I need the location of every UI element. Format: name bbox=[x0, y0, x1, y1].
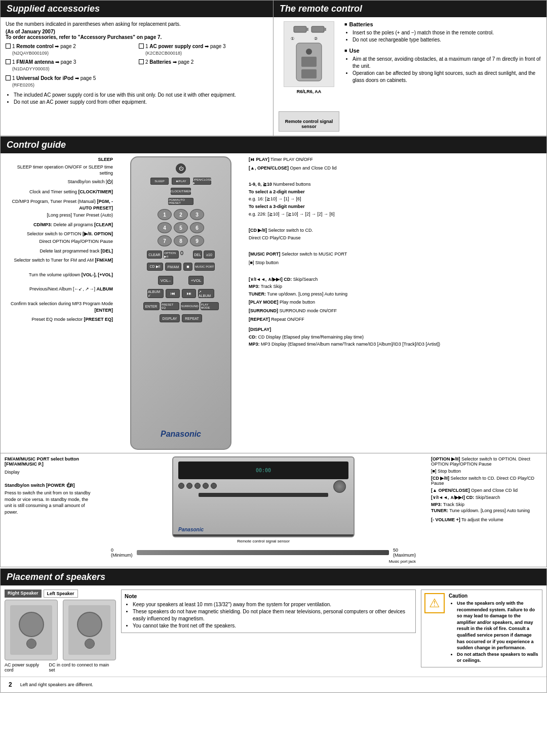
num-6[interactable]: 6 bbox=[190, 222, 204, 233]
num-7[interactable]: 7 bbox=[158, 235, 172, 246]
cg-center-device: ⏻ SLEEP ⏯PLAY OPEN/CLOSE ▲ CLOCK/TIMER P… bbox=[115, 156, 247, 450]
page-footer: 2 Left and right speakers are different. bbox=[1, 677, 546, 692]
caution-content: Caution Use the speakers only with the r… bbox=[449, 593, 539, 664]
cd-fmam-row: CD ▶II FM/AM ■ MUSIC PORT bbox=[147, 263, 215, 271]
remote-info: Batteries Insert so the poles (+ and −) … bbox=[344, 21, 541, 132]
caution-area: ⚠ Caution Use the speakers only with the… bbox=[421, 590, 542, 673]
checkbox-dock bbox=[6, 75, 11, 80]
placement-body: Right Speaker Left Speaker bbox=[1, 585, 546, 677]
option-right-label: [OPTION ▶/II] Selector switch to OPTION.… bbox=[431, 456, 542, 467]
tuner-label: TUNER: Tune up/down. [Long press] Auto t… bbox=[247, 291, 543, 298]
clock-btn[interactable]: CLOCK/TIMER bbox=[171, 188, 191, 195]
repeat-btn[interactable]: REPEAT bbox=[182, 314, 202, 322]
speaker-labels-row: Right Speaker Left Speaker bbox=[5, 590, 116, 598]
play-mode-btn[interactable]: PLAY MODE bbox=[201, 302, 219, 310]
num-3[interactable]: 3 bbox=[190, 209, 204, 220]
vol-max-group: 50 (Maximum) bbox=[393, 548, 416, 558]
open-close-btn[interactable]: OPEN/CLOSE ▲ bbox=[193, 178, 211, 185]
acc-item-antenna: 1 FM/AM antenna ➡ page 3 (N1DADYY00003) bbox=[6, 59, 135, 72]
standby-detail: Press to switch the unit from on to stan… bbox=[5, 490, 96, 515]
skip-fwd-btn[interactable]: ⏭ bbox=[182, 289, 196, 298]
control-guide-body: SLEEP SLEEP timer operation ON/OFF or SL… bbox=[1, 153, 546, 453]
cd-play-label: Direct CD Play/CD Pause bbox=[247, 235, 543, 241]
enter-btn[interactable]: ENTER bbox=[143, 302, 160, 310]
vol-minus-btn[interactable]: VOL– bbox=[158, 276, 173, 285]
num-1[interactable]: 1 bbox=[158, 209, 172, 220]
unit-display: 00:00 bbox=[178, 461, 348, 479]
signal-sensor-bar bbox=[173, 534, 354, 536]
ten-plus-btn[interactable]: ≥10 bbox=[204, 250, 215, 259]
cg-left-labels: SLEEP SLEEP timer operation ON/OFF or SL… bbox=[4, 156, 115, 450]
unit-btn-3[interactable] bbox=[194, 483, 201, 489]
fmam-btn[interactable]: FM/AM bbox=[165, 263, 181, 271]
num-9[interactable]: 9 bbox=[190, 235, 204, 246]
svg-rect-0 bbox=[294, 26, 306, 32]
vol-plus-btn[interactable]: +VOL bbox=[188, 276, 204, 285]
acc-item-batteries: 2 Batteries ➡ page 2 bbox=[139, 59, 268, 72]
album-next-btn[interactable]: ↗ ALBUM bbox=[198, 289, 214, 298]
num-4[interactable]: 4 bbox=[158, 222, 172, 233]
remote-image: ① ② bbox=[284, 21, 334, 87]
sleep-detail: SLEEP timer operation ON/OFF or SLEEP ti… bbox=[4, 164, 115, 177]
power-btn[interactable]: ⏻ bbox=[176, 163, 186, 174]
num-0[interactable]: 0 bbox=[180, 250, 191, 259]
stop-right-label: [■] Stop button bbox=[247, 260, 543, 266]
volume-bar bbox=[137, 550, 389, 555]
pgm-label: CD/MP3 Program, Tuner Preset (Manual) [P… bbox=[4, 198, 115, 211]
play-btn[interactable]: ⏯PLAY bbox=[172, 178, 190, 185]
album-prev-btn[interactable]: ALBUM ↙ bbox=[147, 289, 164, 298]
use-title: Use bbox=[344, 48, 541, 54]
enter-row: ENTER PRESET EQ SURROUND PLAY MODE bbox=[143, 302, 219, 310]
battery-bullet-2: Do not use rechargeable type batteries. bbox=[353, 36, 541, 44]
bu-left-labels: FM/AM/MUSIC PORT select button [FM/AM/MU… bbox=[5, 456, 96, 564]
cd-bu-label: [CD ▶/II] Selector switch to CD. Direct … bbox=[431, 476, 542, 486]
use-bullet-1: Aim at the sensor, avoiding obstacles, a… bbox=[353, 56, 541, 70]
svg-rect-8 bbox=[301, 57, 317, 67]
clear-btn[interactable]: CLEAR bbox=[147, 250, 162, 259]
cd-play-btn[interactable]: CD ▶II bbox=[147, 263, 163, 271]
svg-text:①: ① bbox=[291, 36, 294, 41]
music-port-label: Music port jack bbox=[101, 559, 426, 564]
tweeter-right bbox=[26, 639, 36, 649]
preset-eq-btn[interactable]: PRESET EQ bbox=[161, 302, 179, 310]
3digit-example: e.g. 226: [≧10] → [≧10] → [2] → [2] → [6… bbox=[247, 211, 543, 218]
num-5[interactable]: 5 bbox=[174, 222, 188, 233]
stop-btn[interactable]: ■ bbox=[183, 263, 192, 271]
del-btn[interactable]: DEL bbox=[193, 250, 202, 259]
pgm-btn[interactable]: PGM/AUTO PRESET bbox=[168, 198, 193, 205]
caution-list: Use the speakers only with the recommend… bbox=[449, 600, 539, 664]
unit-btn-2[interactable] bbox=[186, 483, 192, 489]
display-btn[interactable]: DISPLAY bbox=[160, 314, 180, 322]
3digit-label: To select a 3-digit number bbox=[247, 203, 543, 210]
sleep-btn[interactable]: SLEEP bbox=[150, 178, 169, 185]
speaker-pair bbox=[5, 600, 116, 660]
music-port-btn[interactable]: MUSIC PORT bbox=[194, 263, 215, 271]
fmam-label: Selector switch to Tuner for FM and AM [… bbox=[4, 257, 115, 264]
cg-right-labels: [⏯ PLAY] Timer PLAY ON/OFF [▲, OPEN/CLOS… bbox=[247, 156, 543, 450]
bottom-unit-section: FM/AM/MUSIC PORT select button [FM/AM/MU… bbox=[0, 453, 547, 567]
accessories-bullets: The included AC power supply cord is for… bbox=[6, 92, 268, 106]
placement-notes: Note Keep your speakers at least 10 mm (… bbox=[121, 590, 416, 673]
acc-item-ac-cord: 1 AC power supply cord ➡ page 3 (K2CB2CB… bbox=[139, 43, 268, 57]
note-title: Note bbox=[125, 593, 412, 599]
num-8[interactable]: 8 bbox=[174, 235, 188, 246]
right-speaker-label: Right Speaker bbox=[5, 590, 42, 598]
note-box: Note Keep your speakers at least 10 mm (… bbox=[121, 590, 416, 633]
note-item-2: These speakers do not have magnetic shie… bbox=[133, 608, 412, 622]
unit-btn-5[interactable] bbox=[211, 483, 217, 489]
order-note: To order accessories, refer to "Accessor… bbox=[6, 34, 268, 40]
num-2[interactable]: 2 bbox=[174, 209, 188, 220]
unit-btn-1[interactable] bbox=[178, 483, 184, 489]
pgm-btn-row: PGM/AUTO PRESET bbox=[168, 198, 193, 205]
checkbox-remote bbox=[6, 44, 11, 49]
checkbox-ac-cord bbox=[139, 44, 144, 49]
option-btn[interactable]: OPTION ▶II bbox=[164, 250, 179, 259]
volume-knob[interactable] bbox=[333, 480, 346, 493]
unit-btn-4[interactable] bbox=[203, 483, 209, 489]
accessories-grid: 1 Remote control ➡ page 2 (N2QAYB000109)… bbox=[6, 43, 268, 72]
skip-back-btn[interactable]: ⏮ bbox=[166, 289, 180, 298]
volume-scale: 0 (Minimum) 50 (Maximum) bbox=[101, 548, 426, 558]
surround-btn[interactable]: SURROUND bbox=[181, 302, 199, 310]
main-device: 00:00 Panasonic bbox=[172, 456, 355, 537]
tweeter-left bbox=[85, 639, 95, 649]
